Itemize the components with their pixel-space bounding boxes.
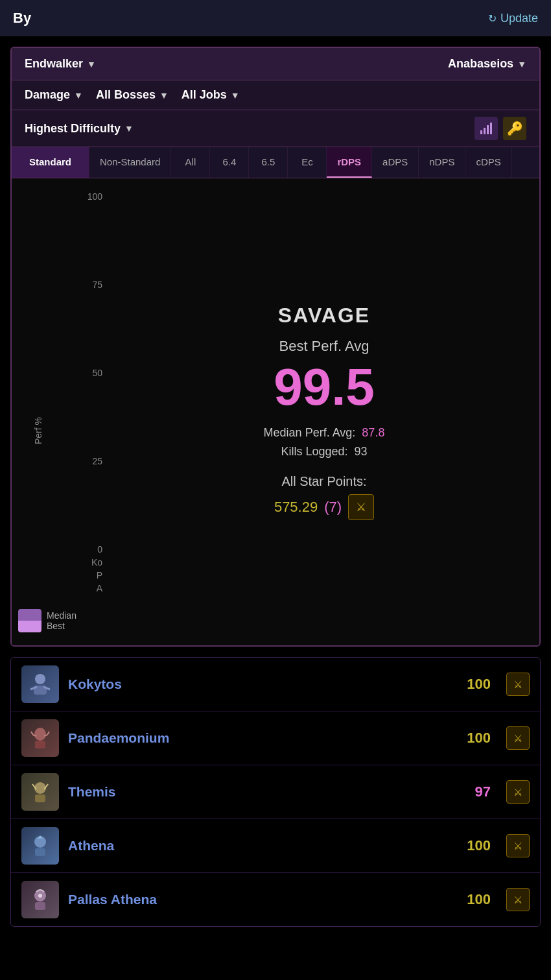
bosses-dropdown[interactable]: All Bosses ▼	[96, 88, 169, 102]
tab-cdps[interactable]: cDPS	[465, 147, 511, 178]
svg-point-8	[34, 728, 46, 741]
boss-item-pandaemonium[interactable]: Pandaemonium 100 ⚔	[11, 711, 540, 765]
allstar-points: 575.29	[274, 499, 318, 516]
expansion-dropdown[interactable]: Endwalker ▼	[25, 57, 96, 71]
update-label: Update	[500, 12, 538, 25]
boss-avatar-themis	[21, 773, 59, 811]
y-label-100: 100	[18, 191, 102, 202]
boss-score-kokytos: 100	[467, 676, 491, 693]
tab-all[interactable]: All	[171, 147, 210, 178]
x-label-ko: Ko	[91, 557, 102, 568]
kills-logged-row: Kills Logged: 93	[281, 445, 367, 459]
boss-name-pallas-athena: Pallas Athena	[68, 892, 458, 907]
chart-legend: Median Best	[18, 609, 76, 632]
boss-list: Kokytos 100 ⚔ Pandaemonium 100 ⚔ The	[10, 657, 541, 927]
y-label-50: 50	[18, 368, 102, 378]
x-label-p: P	[97, 570, 102, 580]
refresh-icon: ↻	[488, 12, 497, 25]
boss-avatar-athena	[21, 827, 59, 865]
legend-best: Best	[47, 621, 76, 631]
best-perf-label: Best Perf. Avg	[279, 338, 369, 355]
chart-area: 100 75 50 25 0 Ko P A Perf % SAVAGE Best…	[12, 178, 539, 645]
svg-rect-2	[487, 125, 489, 134]
boss-allstar-icon-themis: ⚔	[506, 780, 530, 804]
tab-adps[interactable]: aDPS	[372, 147, 419, 178]
boss-name-themis: Themis	[68, 784, 466, 800]
boss-name-athena: Athena	[68, 838, 458, 854]
chart-content: SAVAGE Best Perf. Avg 99.5 Median Perf. …	[109, 178, 539, 645]
metric-chevron-icon: ▼	[74, 90, 83, 101]
perf-score: 99.5	[274, 361, 375, 413]
tab-6-5[interactable]: 6.5	[249, 147, 288, 178]
median-perf-row: Median Perf. Avg: 87.8	[264, 426, 385, 440]
y-axis: 100 75 50 25 0 Ko P A	[12, 178, 109, 645]
jobs-label: All Jobs	[182, 88, 227, 102]
encounter-icon[interactable]	[475, 117, 498, 140]
x-label-a: A	[97, 583, 102, 593]
jobs-chevron-icon: ▼	[231, 90, 240, 101]
y-label-25: 25	[18, 456, 102, 466]
svg-rect-3	[490, 123, 492, 134]
metric-dropdown[interactable]: Damage ▼	[25, 88, 83, 102]
top-bar: By ↻ Update	[0, 0, 551, 36]
svg-point-4	[35, 674, 45, 684]
boss-item-themis[interactable]: Themis 97 ⚔	[11, 765, 540, 819]
median-perf-label: Median Perf. Avg:	[264, 426, 356, 439]
raid-dropdown[interactable]: Anabaseios ▼	[448, 57, 526, 71]
difficulty-label: Highest Difficulty	[25, 122, 121, 136]
bosses-label: All Bosses	[96, 88, 156, 102]
tab-standard[interactable]: Standard	[12, 147, 89, 178]
boss-avatar-pallas	[21, 881, 59, 918]
boss-allstar-icon-pandaemonium: ⚔	[506, 726, 530, 750]
boss-name-pandaemonium: Pandaemonium	[68, 730, 458, 746]
kills-logged-label: Kills Logged:	[281, 445, 347, 458]
boss-allstar-icon-pallas-athena: ⚔	[506, 888, 530, 911]
boss-allstar-icon-athena: ⚔	[506, 834, 530, 857]
boss-score-themis: 97	[475, 783, 491, 800]
allstar-rank: (7)	[324, 499, 342, 516]
y-label-0: 0	[97, 544, 102, 555]
filter-row-metrics: Damage ▼ All Bosses ▼ All Jobs ▼	[12, 80, 539, 110]
savage-title: SAVAGE	[278, 304, 370, 328]
tabs-row: Standard Non-Standard All 6.4 6.5 Ec rDP…	[12, 147, 539, 178]
tab-rdps[interactable]: rDPS	[327, 147, 372, 178]
svg-rect-0	[480, 130, 482, 134]
tab-ec[interactable]: Ec	[288, 147, 327, 178]
main-card: Endwalker ▼ Anabaseios ▼ Damage ▼ All Bo…	[10, 47, 541, 647]
key-icon[interactable]: 🔑	[503, 117, 526, 140]
legend-median: Median	[47, 610, 76, 621]
svg-rect-9	[35, 741, 45, 748]
boss-avatar-pandaemonium	[21, 719, 59, 757]
update-button[interactable]: ↻ Update	[488, 12, 538, 25]
difficulty-dropdown[interactable]: Highest Difficulty ▼	[25, 122, 134, 136]
boss-allstar-icon-kokytos: ⚔	[506, 673, 530, 696]
difficulty-chevron-icon: ▼	[124, 123, 134, 134]
raid-chevron-icon: ▼	[517, 59, 526, 69]
by-label: By	[13, 10, 31, 27]
expansion-chevron-icon: ▼	[87, 59, 96, 69]
filter-row-expansion: Endwalker ▼ Anabaseios ▼	[12, 48, 539, 80]
boss-avatar-kokytos	[21, 665, 59, 703]
raid-label: Anabaseios	[448, 57, 513, 71]
svg-rect-1	[484, 128, 486, 134]
svg-rect-11	[35, 795, 45, 802]
boss-item-pallas-athena[interactable]: Pallas Athena 100 ⚔	[11, 873, 540, 926]
tab-non-standard[interactable]: Non-Standard	[89, 147, 171, 178]
filter-row-difficulty: Highest Difficulty ▼ 🔑	[12, 110, 539, 147]
tab-ndps[interactable]: nDPS	[419, 147, 465, 178]
tab-6-4[interactable]: 6.4	[210, 147, 249, 178]
boss-item-kokytos[interactable]: Kokytos 100 ⚔	[11, 658, 540, 711]
boss-score-pallas-athena: 100	[467, 891, 491, 908]
jobs-dropdown[interactable]: All Jobs ▼	[182, 88, 240, 102]
legend-swatch	[18, 609, 41, 632]
svg-point-17	[38, 894, 42, 898]
bosses-chevron-icon: ▼	[159, 90, 169, 101]
y-label-75: 75	[18, 280, 102, 290]
svg-rect-16	[35, 902, 45, 910]
allstar-badge-icon: ⚔	[348, 494, 374, 520]
svg-rect-13	[35, 848, 45, 856]
boss-item-athena[interactable]: Athena 100 ⚔	[11, 819, 540, 873]
boss-name-kokytos: Kokytos	[68, 676, 458, 692]
kills-logged-value: 93	[355, 445, 368, 458]
y-axis-label: Perf %	[33, 417, 43, 444]
